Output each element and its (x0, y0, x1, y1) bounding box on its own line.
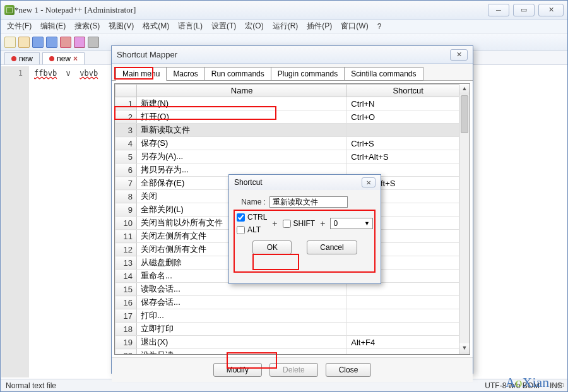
shortcut-row[interactable]: 20设为只读 (115, 349, 470, 355)
shortcut-edit-dialog: Shortcut ✕ Name : CTRL ALT + SHIFT + 0▼ … (228, 174, 381, 284)
delete-button: Delete (269, 363, 318, 377)
main-titlebar: *new 1 - Notepad++ [Administrator] ─ ▭ ✕ (1, 1, 567, 20)
scroll-down-arrow[interactable]: ▼ (459, 343, 470, 354)
menu-item[interactable]: 插件(P) (303, 20, 336, 33)
shortcut-row[interactable]: 4保存(S)Ctrl+S (115, 137, 470, 150)
shortcut-row[interactable]: 18立即打印 (115, 323, 470, 336)
new-file-icon[interactable] (4, 37, 16, 48)
menu-item[interactable]: 视图(V) (105, 20, 138, 33)
shortcut-mapper-tabs: Main menuMacrosRun commandsPlugin comman… (112, 64, 473, 81)
alt-checkbox-label[interactable]: ALT (237, 225, 267, 234)
shortcut-mapper-tab[interactable]: Macros (167, 67, 204, 81)
shortcut-row[interactable]: 3重新读取文件 (115, 124, 470, 137)
shift-checkbox[interactable] (283, 220, 291, 228)
shortcut-mapper-buttons: Modify Delete Close (112, 357, 473, 382)
watermark: AoXian.com (506, 374, 564, 391)
chevron-down-icon: ▼ (364, 220, 370, 227)
save-all-icon[interactable] (46, 37, 57, 48)
ok-button[interactable]: OK (252, 241, 292, 254)
col-index (115, 85, 137, 97)
maximize-button[interactable]: ▭ (513, 4, 535, 16)
ctrl-checkbox-label[interactable]: CTRL (237, 213, 267, 222)
minimize-button[interactable]: ─ (488, 4, 509, 16)
shortcut-mapper-title: Shortcut Mapper (117, 50, 450, 59)
menu-bar: 文件(F)编辑(E)搜索(S)视图(V)格式(M)语言(L)设置(T)宏(O)运… (1, 20, 567, 33)
shortcut-edit-titlebar: Shortcut ✕ (229, 175, 381, 190)
window-close-button[interactable]: ✕ (538, 4, 564, 16)
shortcut-row[interactable]: 17打印... (115, 309, 470, 323)
key-dropdown[interactable]: 0▼ (330, 218, 373, 229)
shortcut-row[interactable]: 15读取会话... (115, 283, 470, 296)
app-icon (4, 5, 15, 15)
dirty-indicator-icon (11, 56, 16, 61)
shortcut-name-input[interactable] (269, 196, 348, 208)
cancel-button[interactable]: Cancel (307, 241, 357, 254)
shortcut-mapper-tab[interactable]: Scintilla commands (345, 67, 423, 81)
print-icon[interactable] (88, 37, 99, 48)
menu-item[interactable]: 搜索(S) (71, 20, 104, 33)
save-icon[interactable] (32, 37, 44, 48)
document-tab[interactable]: new× (42, 52, 85, 64)
menu-item[interactable]: 语言(L) (174, 20, 206, 33)
menu-item[interactable]: ? (374, 21, 386, 32)
status-filetype: Normal text file (6, 381, 56, 390)
shortcut-mapper-close-icon[interactable]: ✕ (450, 49, 468, 61)
shortcut-mapper-tab[interactable]: Main menu (115, 67, 167, 81)
alt-checkbox[interactable] (237, 226, 245, 234)
menu-item[interactable]: 宏(O) (241, 20, 267, 33)
col-shortcut: Shortcut (347, 85, 470, 97)
scroll-thumb[interactable] (461, 95, 468, 133)
shortcut-row[interactable]: 5另存为(A)...Ctrl+Alt+S (115, 150, 470, 163)
col-name: Name (137, 85, 347, 97)
menu-item[interactable]: 文件(F) (3, 20, 35, 33)
menu-item[interactable]: 窗口(W) (337, 20, 372, 33)
shortcut-mapper-tab[interactable]: Run commands (205, 67, 271, 81)
shortcut-row[interactable]: 16保存会话... (115, 296, 470, 309)
name-label: Name : (237, 198, 266, 206)
dirty-indicator-icon (49, 56, 54, 61)
plus-sign-2: + (320, 218, 325, 229)
plus-sign-1: + (272, 218, 277, 229)
menu-item[interactable]: 格式(M) (139, 20, 173, 33)
close-all-icon[interactable] (74, 37, 85, 48)
open-file-icon[interactable] (18, 37, 30, 48)
document-tab[interactable]: new (4, 52, 40, 64)
menu-item[interactable]: 运行(R) (269, 20, 302, 33)
scroll-up-arrow[interactable]: ▲ (459, 84, 470, 95)
shortcut-edit-close-icon[interactable]: ✕ (362, 177, 376, 187)
shortcut-mapper-tab[interactable]: Plugin commands (271, 67, 345, 81)
shift-checkbox-label[interactable]: SHIFT (283, 219, 316, 228)
shortcut-row[interactable]: 1新建(N)Ctrl+N (115, 97, 470, 110)
shortcut-row[interactable]: 19退出(X)Alt+F4 (115, 336, 470, 349)
modify-button[interactable]: Modify (213, 363, 262, 377)
line-number-gutter: 1 (1, 66, 29, 377)
close-file-icon[interactable] (60, 37, 71, 48)
tab-close-icon[interactable]: × (73, 54, 78, 63)
ctrl-checkbox[interactable] (237, 213, 245, 222)
menu-item[interactable]: 编辑(E) (37, 20, 69, 33)
shortcut-mapper-titlebar: Shortcut Mapper ✕ (112, 46, 473, 64)
table-scrollbar[interactable]: ▲ ▼ (459, 84, 470, 354)
shortcut-row[interactable]: 2打开(O)Ctrl+O (115, 110, 470, 124)
close-button[interactable]: Close (326, 363, 372, 377)
menu-item[interactable]: 设置(T) (208, 20, 240, 33)
window-title: *new 1 - Notepad++ [Administrator] (15, 5, 488, 15)
shortcut-edit-title: Shortcut (234, 178, 362, 187)
